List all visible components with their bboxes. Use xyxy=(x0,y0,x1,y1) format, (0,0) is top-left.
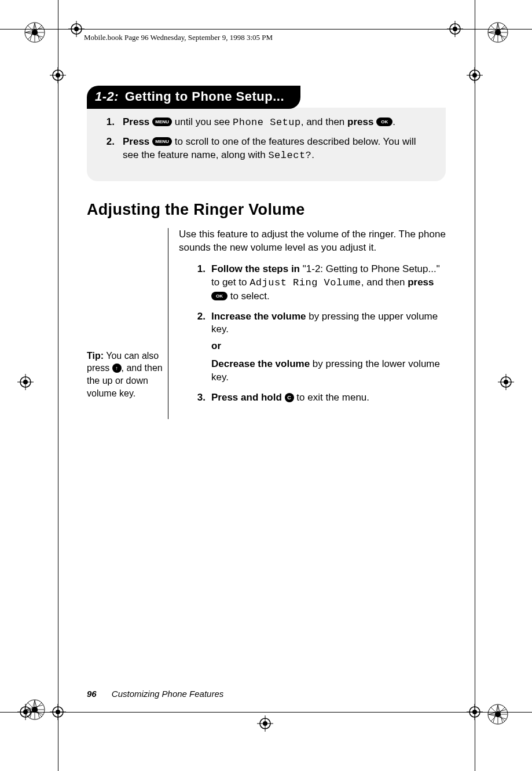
bold-text: Press xyxy=(123,136,149,147)
procedure-steps-list: 1. Press MENU until you see Phone Setup,… xyxy=(90,116,434,163)
step-body: Press MENU to scroll to one of the featu… xyxy=(123,135,434,163)
substep-3: 3. Press and hold C to exit the menu. xyxy=(179,391,446,405)
page-content: 1-2: Getting to Phone Setup... 1. Press … xyxy=(87,86,446,419)
text: , and then xyxy=(301,116,347,127)
registration-mark-icon xyxy=(447,21,463,37)
step-body: Follow the steps in "1-2: Getting to Pho… xyxy=(211,263,446,303)
lcd-text: Phone Setup xyxy=(233,117,301,128)
procedure-steps-box: 1. Press MENU until you see Phone Setup,… xyxy=(87,108,446,181)
footer-title: Customizing Phone Features xyxy=(112,689,223,699)
column-divider xyxy=(168,228,168,419)
registration-mark-icon xyxy=(50,67,66,83)
step-number: 3. xyxy=(179,391,211,405)
procedure-number: 1-2: xyxy=(95,89,119,104)
ok-key-icon: OK xyxy=(211,292,228,300)
menu-key-icon: MENU xyxy=(152,118,172,126)
procedure-title: Getting to Phone Setup... xyxy=(125,89,284,104)
text: until you see xyxy=(175,116,233,127)
starburst-ornament-icon xyxy=(486,21,509,44)
intro-paragraph: Use this feature to adjust the volume of… xyxy=(179,228,446,255)
up-arrow-key-icon: ↑ xyxy=(112,364,122,373)
page-number: 96 xyxy=(87,689,97,699)
bold-text: Decrease the volume xyxy=(211,358,310,369)
registration-mark-icon xyxy=(68,21,85,37)
menu-key-icon: MENU xyxy=(152,137,172,146)
step-number: 1. xyxy=(179,263,211,303)
crop-line-vertical-left xyxy=(58,0,58,771)
step-body: Press and hold C to exit the menu. xyxy=(211,391,446,405)
bold-text: Follow the steps in xyxy=(211,263,300,274)
tip-sidebar: Tip: You can also press ↑, and then the … xyxy=(87,228,168,399)
text: , and then xyxy=(361,277,408,288)
step-body: Press MENU until you see Phone Setup, an… xyxy=(123,116,434,130)
ok-key-icon: OK xyxy=(376,118,392,126)
substep-1: 1. Follow the steps in "1-2: Getting to … xyxy=(179,263,446,303)
step-number: 2. xyxy=(90,135,123,163)
starburst-ornament-icon xyxy=(23,21,46,44)
registration-mark-icon xyxy=(467,704,483,720)
svg-point-69 xyxy=(32,707,38,713)
step-1: 1. Press MENU until you see Phone Setup,… xyxy=(90,116,434,130)
starburst-ornament-icon xyxy=(486,703,509,726)
bold-text: Press xyxy=(123,116,149,127)
step-number: 2. xyxy=(179,310,211,385)
step-body: Increase the volume by pressing the uppe… xyxy=(211,310,446,385)
registration-mark-icon xyxy=(17,374,34,390)
starburst-ornament-icon xyxy=(23,698,46,721)
two-column-layout: Tip: You can also press ↑, and then the … xyxy=(87,228,446,419)
crop-line-horizontal-bottom xyxy=(0,712,532,713)
registration-mark-icon xyxy=(257,715,273,732)
step-2: 2. Press MENU to scroll to one of the fe… xyxy=(90,135,434,163)
crop-line-vertical-right xyxy=(475,0,475,771)
svg-point-59 xyxy=(495,30,501,35)
text: to select. xyxy=(228,291,270,302)
svg-point-49 xyxy=(32,30,38,35)
bold-text: Press and hold xyxy=(211,392,282,403)
text: . xyxy=(311,149,314,160)
procedure-heading-pill: 1-2: Getting to Phone Setup... xyxy=(87,86,300,109)
page-footer: 96 Customizing Phone Features xyxy=(87,689,223,699)
step-number: 1. xyxy=(90,116,123,130)
c-key-icon: C xyxy=(285,393,294,402)
bold-text: press xyxy=(347,116,373,127)
registration-mark-icon xyxy=(498,374,514,390)
bold-text: press xyxy=(408,277,434,288)
lcd-text: Select? xyxy=(268,150,311,161)
running-header: Mobile.book Page 96 Wednesday, September… xyxy=(84,33,273,42)
section-heading: Adjusting the Ringer Volume xyxy=(87,201,446,219)
tip-label: Tip: xyxy=(87,351,104,361)
main-column: Use this feature to adjust the volume of… xyxy=(179,228,446,412)
text: . xyxy=(392,116,395,127)
or-text: or xyxy=(211,340,446,353)
svg-point-79 xyxy=(495,711,501,717)
text: to exit the menu. xyxy=(294,392,369,403)
registration-mark-icon xyxy=(50,704,66,720)
substep-2: 2. Increase the volume by pressing the u… xyxy=(179,310,446,385)
sub-steps-list: 1. Follow the steps in "1-2: Getting to … xyxy=(179,263,446,405)
lcd-text: Adjust Ring Volume xyxy=(250,277,361,288)
bold-text: Increase the volume xyxy=(211,311,306,322)
registration-mark-icon xyxy=(467,67,483,83)
